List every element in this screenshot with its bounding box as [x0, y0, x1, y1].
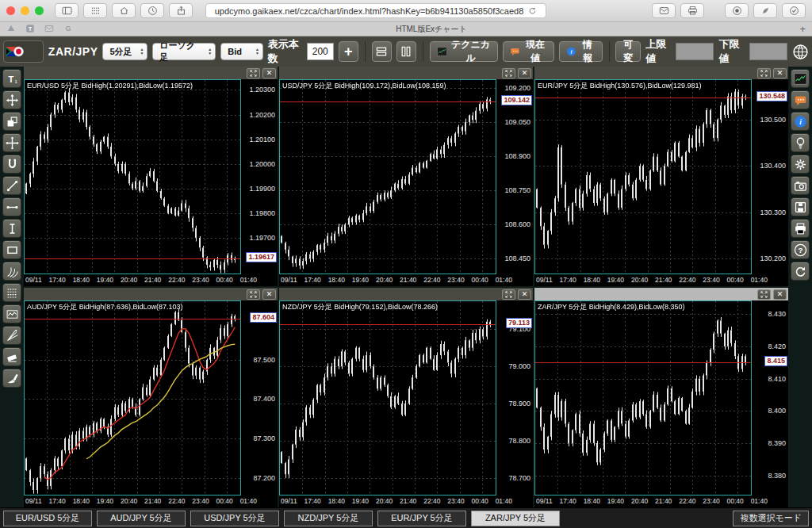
close-chart-icon[interactable]: ✕ — [518, 68, 531, 78]
bottom-tab-1[interactable]: AUD/JPY 5分足 — [97, 511, 186, 526]
candlestick-chart-usdjpy[interactable]: USD/JPY 5分足 BidHigh(109.172),BidLow(108.… — [279, 79, 496, 274]
maximize-chart-icon[interactable] — [247, 289, 260, 300]
t-tile-icon[interactable]: T — [25, 24, 35, 35]
candlestick-canvas — [280, 301, 496, 495]
sidebar-toggle-button[interactable] — [55, 3, 79, 18]
gear-icon[interactable] — [791, 155, 810, 174]
maximize-chart-icon[interactable] — [247, 68, 260, 78]
candlestick-chart-eurjpy[interactable]: EUR/JPY 5分足 BidHigh(130.576),BidLow(129.… — [534, 79, 752, 274]
technical-button[interactable]: テクニカル — [430, 41, 498, 62]
time-axis-label: 22:40 — [679, 276, 695, 284]
maximize-chart-icon[interactable] — [502, 68, 515, 78]
layout-columns-button[interactable] — [396, 41, 416, 62]
layout-rows-button[interactable] — [372, 41, 392, 62]
pattern-icon[interactable] — [2, 304, 21, 323]
printer-icon[interactable] — [791, 219, 810, 238]
bottom-tab-0[interactable]: EUR/USD 5分足 — [3, 511, 92, 526]
mail-fav-icon[interactable] — [44, 24, 54, 35]
bottom-tab-2[interactable]: USD/JPY 5分足 — [190, 511, 279, 526]
horizontal-line-icon[interactable] — [2, 197, 21, 216]
fan-line-icon[interactable] — [2, 326, 21, 345]
chart-type-select[interactable]: ローソク足 ▲▼ — [152, 43, 216, 60]
technical-icon[interactable] — [791, 69, 810, 88]
price-axis: 8.4308.4208.4108.4008.3908.3808.415 — [752, 300, 788, 495]
fibonacci-retracement-icon[interactable] — [2, 283, 21, 302]
candlestick-chart-eurusd[interactable]: EUR/USD 5分足 BidHigh(1.20291),BidLow(1.19… — [24, 79, 241, 274]
duplicate-icon[interactable] — [2, 112, 21, 131]
google-icon[interactable]: G — [63, 24, 73, 35]
rectangle-icon[interactable] — [2, 240, 21, 259]
current-price-icon[interactable] — [791, 90, 810, 109]
new-tab-button[interactable]: + — [790, 23, 806, 35]
camera-icon[interactable] — [791, 176, 810, 195]
zoom-window-button[interactable] — [35, 6, 44, 15]
price-side-select[interactable]: Bid ▲▼ — [220, 43, 263, 60]
chart-window-titlebar[interactable]: ✕ — [279, 288, 533, 300]
timeframe-select[interactable]: 5分足 ▲▼ — [102, 43, 147, 60]
upper-limit-input[interactable] — [676, 43, 714, 60]
maximize-chart-icon[interactable] — [757, 68, 771, 78]
reload-icon[interactable] — [528, 6, 537, 15]
bars-count-input[interactable] — [307, 43, 334, 60]
share-button[interactable] — [169, 3, 193, 18]
browser-tab-title[interactable]: HTML版Exチャート — [82, 24, 780, 35]
lower-limit-input[interactable] — [749, 43, 787, 60]
globe-icon[interactable] — [792, 44, 809, 60]
time-axis-label: 09/11 — [536, 497, 553, 505]
time-axis-label: 20:40 — [121, 276, 137, 284]
close-chart-icon[interactable]: ✕ — [518, 289, 531, 300]
chart-window-titlebar[interactable]: ✕ — [24, 67, 278, 79]
close-chart-icon[interactable]: ✕ — [262, 68, 276, 78]
chart-window-titlebar[interactable]: ✕ — [534, 67, 788, 79]
info-button[interactable]: i 情報 — [559, 41, 603, 62]
maximize-chart-icon[interactable] — [502, 289, 515, 300]
window-controls[interactable] — [6, 6, 44, 15]
mail-icon[interactable] — [652, 3, 676, 18]
history-button[interactable] — [140, 3, 164, 18]
url-bar[interactable]: updcymo.gaikaex.net/czca/chart/index.htm… — [205, 3, 546, 18]
text-icon[interactable]: T1 — [2, 69, 21, 88]
current-price-button[interactable]: 現在値 — [503, 41, 554, 62]
help-icon[interactable]: ? — [791, 240, 810, 259]
chart-window-titlebar[interactable]: ✕ — [534, 288, 788, 300]
crosshair-icon[interactable] — [2, 133, 21, 152]
record-icon[interactable] — [725, 3, 749, 18]
close-chart-icon[interactable]: ✕ — [262, 289, 276, 300]
drive-icon[interactable] — [6, 24, 16, 35]
clear-icon[interactable] — [2, 369, 21, 388]
multi-select-mode-button[interactable]: 複数選択モード — [733, 511, 809, 526]
vertical-line-icon[interactable] — [2, 219, 21, 238]
maximize-chart-icon[interactable] — [757, 289, 771, 300]
bulb-icon[interactable] — [791, 133, 810, 152]
close-window-button[interactable] — [6, 6, 15, 15]
add-bars-button[interactable]: + — [339, 41, 358, 62]
close-chart-icon[interactable]: ✕ — [773, 68, 787, 78]
info-icon[interactable]: i — [791, 112, 810, 131]
bottom-tab-3[interactable]: NZD/JPY 5分足 — [284, 511, 373, 526]
print-icon[interactable] — [680, 3, 704, 18]
magnet-icon[interactable] — [2, 155, 21, 174]
refresh-icon[interactable] — [791, 262, 810, 281]
save-icon[interactable] — [791, 197, 810, 216]
eraser-icon[interactable] — [2, 347, 21, 366]
reader-icon[interactable] — [753, 3, 777, 18]
minimize-window-button[interactable] — [21, 6, 29, 15]
time-axis-label: 23:40 — [192, 497, 209, 505]
bottom-tab-4[interactable]: EUR/JPY 5分足 — [377, 511, 466, 526]
chart-window-titlebar[interactable]: ✕ — [24, 288, 278, 300]
candlestick-chart-zarjpy[interactable]: ZAR/JPY 5分足 BidHigh(8.429),BidLow(8.350) — [534, 300, 752, 495]
candlestick-chart-audjpy[interactable]: AUD/JPY 5分足 BidHigh(87.636),BidLow(87.10… — [24, 300, 241, 495]
check-icon[interactable] — [782, 3, 806, 18]
candlestick-chart-nzdjpy[interactable]: NZD/JPY 5分足 BidHigh(79.152),BidLow(78.26… — [279, 300, 496, 495]
fibonacci-arc-icon[interactable] — [2, 262, 21, 281]
home-button[interactable] — [112, 3, 136, 18]
bottom-tab-5[interactable]: ZAR/JPY 5分足 — [471, 511, 560, 526]
chart-window-titlebar[interactable]: ✕ — [279, 67, 533, 79]
move-icon[interactable] — [2, 90, 21, 109]
close-chart-icon[interactable]: ✕ — [773, 289, 787, 300]
top-sites-button[interactable] — [83, 3, 107, 18]
variable-scale-button[interactable]: 可変 — [615, 41, 641, 62]
time-axis-label: 23:40 — [447, 497, 464, 505]
trendline-icon[interactable] — [2, 176, 21, 195]
price-axis-label: 8.410 — [768, 375, 786, 383]
